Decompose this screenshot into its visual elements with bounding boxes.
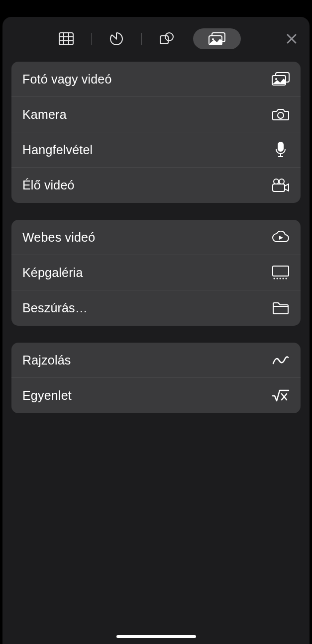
row-insert-from[interactable]: Beszúrás… — [11, 290, 301, 326]
row-label: Webes videó — [22, 230, 272, 245]
tab-media[interactable] — [193, 28, 241, 49]
sheet-header — [2, 22, 310, 62]
row-label: Képgaléria — [22, 266, 272, 280]
svg-rect-22 — [273, 266, 289, 276]
close-button[interactable] — [282, 29, 302, 49]
row-label: Élő videó — [22, 178, 272, 192]
photo-video-icon — [272, 70, 290, 88]
row-label: Rajzolás — [22, 353, 272, 368]
svg-rect-16 — [278, 142, 283, 151]
tab-tables[interactable] — [42, 28, 90, 49]
svg-point-6 — [165, 33, 173, 41]
group-media: Fotó vagy videó Kamera — [11, 62, 301, 203]
row-label: Egyenlet — [22, 388, 272, 403]
row-label: Beszúrás… — [22, 301, 272, 315]
svg-point-24 — [277, 278, 278, 279]
tab-shapes[interactable] — [143, 28, 191, 49]
row-live-video[interactable]: Élő videó — [11, 168, 301, 203]
camera-icon — [272, 105, 290, 123]
table-icon — [59, 32, 74, 45]
folder-icon — [272, 299, 290, 317]
svg-rect-0 — [59, 33, 73, 45]
svg-point-14 — [275, 78, 277, 80]
insert-media-sheet: Fotó vagy videó Kamera — [2, 17, 310, 644]
group-draw: Rajzolás Egyenlet — [11, 343, 301, 413]
group-web: Webes videó Képgaléria — [11, 220, 301, 326]
scribble-icon — [272, 351, 290, 369]
category-segmented-control — [10, 27, 273, 51]
row-camera[interactable]: Kamera — [11, 97, 301, 132]
svg-point-27 — [286, 278, 287, 279]
tab-charts[interactable] — [93, 28, 140, 49]
svg-rect-21 — [273, 184, 285, 191]
row-equation[interactable]: Egyenlet — [11, 378, 301, 413]
row-photo-video[interactable]: Fotó vagy videó — [11, 62, 301, 97]
gallery-icon — [272, 264, 290, 281]
row-image-gallery[interactable]: Képgaléria — [11, 255, 301, 290]
row-label: Kamera — [22, 107, 272, 122]
svg-point-19 — [274, 179, 279, 184]
row-drawing[interactable]: Rajzolás — [11, 343, 301, 378]
row-web-video[interactable]: Webes videó — [11, 220, 301, 255]
cloud-play-icon — [272, 228, 290, 246]
svg-point-25 — [280, 278, 281, 279]
home-indicator — [116, 635, 196, 638]
sheet-content: Fotó vagy videó Kamera — [2, 62, 310, 413]
svg-point-15 — [278, 112, 284, 118]
close-icon — [286, 33, 297, 44]
shapes-icon — [159, 32, 174, 46]
svg-point-20 — [279, 179, 284, 184]
microphone-icon — [272, 141, 290, 159]
svg-point-26 — [283, 278, 284, 279]
equation-icon — [272, 387, 290, 405]
row-audio-record[interactable]: Hangfelvétel — [11, 132, 301, 168]
video-camera-icon — [272, 177, 290, 194]
svg-point-9 — [212, 38, 214, 40]
row-label: Hangfelvétel — [22, 143, 272, 157]
row-label: Fotó vagy videó — [22, 72, 272, 87]
chart-pie-icon — [109, 32, 123, 46]
media-tab-icon — [208, 32, 225, 45]
svg-point-23 — [274, 278, 275, 279]
